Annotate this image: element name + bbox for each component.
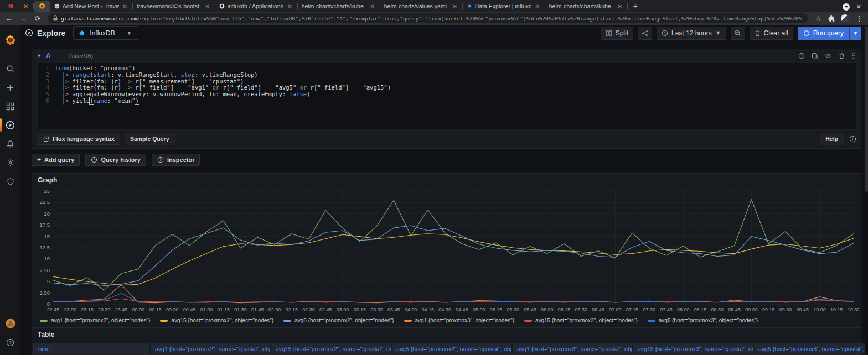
tab-close-icon[interactable]: ✕	[287, 3, 293, 9]
table-column-header[interactable]: avg15 {host="proxmox3", name="cpustat", …	[633, 343, 753, 354]
tab-close-icon[interactable]: ✕	[617, 3, 623, 9]
browser-profile-icon[interactable]	[843, 3, 850, 11]
datasource-picker[interactable]: InfluxDB ▼	[73, 26, 138, 40]
tab-close-icon[interactable]: ✕	[204, 3, 211, 9]
help-icon[interactable]: ?	[0, 333, 20, 352]
info-circle-icon[interactable]	[849, 135, 856, 143]
table-column-header[interactable]: avg1 {host="proxmox2", name="cpustat", o…	[151, 343, 270, 354]
pinned-tab[interactable]: M	[3, 1, 18, 12]
browser-tab[interactable]: influxdb / Applications - A✕	[215, 1, 297, 12]
back-icon[interactable]: ←	[4, 14, 13, 23]
padlock-icon	[53, 15, 58, 21]
table-column-header[interactable]: Time	[33, 343, 149, 354]
trash-icon[interactable]	[839, 53, 845, 59]
extensions-icon[interactable]	[828, 15, 835, 22]
help-button[interactable]: Help	[820, 133, 844, 145]
query-datasource-hint: (InfluxDB)	[69, 53, 93, 59]
svg-text:00:30: 00:30	[166, 307, 179, 312]
svg-text:08:15: 08:15	[694, 307, 707, 312]
drag-handle-icon[interactable]	[851, 53, 856, 59]
legend-item[interactable]: avg15 {host="proxmox2", object="nodes"}	[160, 317, 273, 323]
svg-text:17.5: 17.5	[40, 222, 50, 228]
svg-text:03:00: 03:00	[337, 307, 349, 312]
svg-text:01:45: 01:45	[251, 307, 264, 312]
page-scrollbar[interactable]	[865, 25, 868, 355]
duplicate-icon[interactable]	[812, 53, 818, 59]
svg-text:07:15: 07:15	[626, 307, 639, 312]
kebab-menu-icon[interactable]: ⋮	[855, 14, 864, 23]
table-column-header[interactable]: avg15 {host="proxmox2", name="cpustat", …	[271, 343, 391, 354]
browser-tab[interactable]: helm-charts/charts/kube✕	[545, 1, 627, 12]
url-bar[interactable]: grafana.travnewmatic.com/explore?orgId=1…	[48, 13, 808, 23]
svg-text:06:00: 06:00	[541, 307, 554, 312]
flux-code-editor[interactable]: 1from(bucket: "proxmox")2 |> range(start…	[38, 62, 856, 130]
tab-close-icon[interactable]: ✕	[122, 3, 128, 9]
add-query-button[interactable]: + Add query	[32, 154, 80, 166]
refresh-icon	[803, 30, 810, 36]
user-avatar[interactable]	[0, 314, 20, 333]
svg-text:12.5: 12.5	[40, 244, 50, 250]
page-title: Explore	[25, 29, 65, 38]
browser-avatar[interactable]	[841, 14, 849, 23]
zoom-out-button[interactable]	[731, 27, 745, 40]
pinned-tab[interactable]	[34, 1, 50, 12]
reload-icon[interactable]: ⟳	[33, 14, 42, 23]
admin-shield-icon[interactable]	[0, 172, 20, 191]
svg-text:05:15: 05:15	[490, 307, 503, 312]
collapse-chevron-icon[interactable]: ▼	[37, 53, 42, 59]
tab-close-icon[interactable]: ✕	[452, 3, 458, 9]
search-icon[interactable]	[0, 59, 20, 78]
svg-text:00:15: 00:15	[149, 307, 162, 312]
eye-icon[interactable]	[825, 53, 832, 59]
svg-text:00:00: 00:00	[132, 307, 145, 312]
tab-close-icon[interactable]: ✕	[534, 3, 541, 9]
svg-text:22.5: 22.5	[40, 199, 50, 205]
forward-icon[interactable]: →	[19, 14, 28, 23]
pinned-tab[interactable]: ✕	[18, 1, 33, 12]
inspector-button[interactable]: Inspector	[152, 154, 200, 166]
history-icon[interactable]	[798, 53, 805, 59]
table-column-header[interactable]: avg5 {host="proxmox2", name="cpustat", o…	[392, 343, 512, 354]
legend-item[interactable]: avg5 {host="proxmox3", object="nodes"}	[648, 317, 758, 323]
sample-query-button[interactable]: Sample Query	[125, 133, 175, 145]
svg-text:2.50: 2.50	[40, 290, 50, 296]
alerting-bell-icon[interactable]	[0, 134, 20, 153]
settings-gear-icon[interactable]	[0, 153, 20, 172]
run-query-dropdown[interactable]: ▼	[849, 27, 861, 40]
dashboards-icon[interactable]	[0, 97, 20, 116]
table-column-header[interactable]: avg5 {host="proxmox3", name="cpustat", o…	[754, 343, 868, 354]
bookmark-star-icon[interactable]: ☆	[814, 14, 823, 23]
svg-text:04:15: 04:15	[422, 307, 435, 312]
svg-text:06:45: 06:45	[592, 307, 604, 312]
clear-all-button[interactable]: Clear all	[750, 27, 793, 40]
table-column-header[interactable]: avg1 {host="proxmox3", name="cpustat", o…	[513, 343, 632, 354]
browser-tab[interactable]: helm-charts/charts/kube-✕	[298, 1, 380, 12]
time-picker[interactable]: Last 12 hours ▼	[657, 27, 726, 40]
svg-text:23:45: 23:45	[115, 307, 128, 312]
legend-item[interactable]: avg15 {host="proxmox3", object="nodes"}	[524, 317, 638, 323]
tab-close-icon[interactable]: ✕	[369, 3, 376, 9]
graph-canvas[interactable]: 02.5057.501012.51517.52022.52522:4523:00…	[34, 187, 859, 314]
legend-item[interactable]: avg1 {host="proxmox3", object="nodes"}	[404, 317, 514, 323]
split-button[interactable]: Split	[601, 27, 633, 40]
svg-text:15: 15	[44, 233, 50, 239]
svg-text:06:15: 06:15	[558, 307, 571, 312]
run-query-button[interactable]: Run query ▼	[798, 27, 861, 40]
new-tab-button[interactable]: +	[628, 2, 643, 11]
browser-tab[interactable]: helm-charts/values.yaml✕	[380, 1, 462, 12]
window-close-icon[interactable]: ✕	[856, 3, 861, 11]
share-button[interactable]	[638, 27, 652, 40]
table-panel: Table Timeavg1 {host="proxmox2", name="c…	[32, 327, 861, 355]
legend-item[interactable]: avg1 {host="proxmox2", object="nodes"}	[40, 317, 150, 323]
create-plus-icon[interactable]	[0, 78, 20, 97]
svg-text:08:45: 08:45	[728, 307, 741, 312]
grafana-logo-icon[interactable]	[0, 29, 20, 49]
legend-item[interactable]: avg5 {host="proxmox2", object="nodes"}	[283, 317, 394, 323]
query-history-button[interactable]: Query history	[85, 154, 146, 166]
browser-tab[interactable]: Add New Post ‹ Travis Ne✕	[50, 1, 132, 12]
browser-tab[interactable]: Data Explorer | influxdat✕	[463, 1, 545, 12]
svg-text:07:45: 07:45	[660, 307, 673, 312]
flux-syntax-button[interactable]: Flux language syntax	[38, 133, 120, 145]
browser-tab[interactable]: travnewmatic/k3s-bootst✕	[133, 1, 215, 12]
explore-compass-icon[interactable]	[0, 116, 20, 134]
